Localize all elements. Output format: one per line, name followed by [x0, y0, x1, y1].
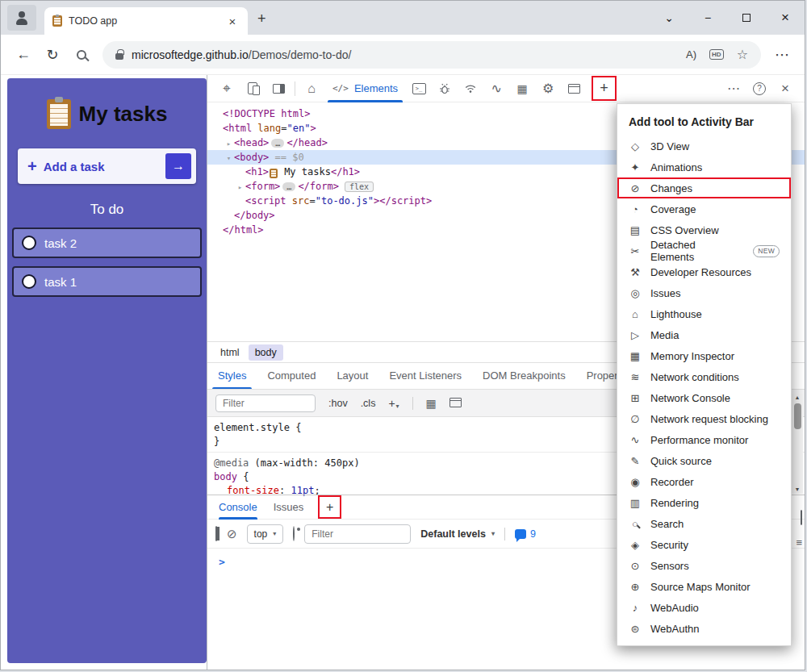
task-checkbox[interactable]: [22, 236, 36, 250]
console-settings-button[interactable]: ≡: [796, 536, 802, 549]
settings-button[interactable]: ⚙: [535, 75, 561, 102]
browser-menu-button[interactable]: ⋯: [767, 40, 797, 69]
toggle-element-state-button[interactable]: :hov: [328, 398, 348, 409]
devtools-more-menu-button[interactable]: ⋯: [721, 75, 746, 102]
menu-item-detached-elements[interactable]: ✂Detached ElementsNEW: [617, 240, 791, 261]
tab-computed[interactable]: Computed: [257, 362, 326, 390]
menu-item-coverage[interactable]: ◔Coverage: [617, 198, 791, 219]
menu-item-lighthouse[interactable]: ⌂Lighthouse: [617, 303, 791, 324]
tab-console[interactable]: Console: [219, 495, 257, 520]
menu-item-developer-resources[interactable]: ⚒Developer Resources: [617, 261, 791, 282]
scrollbar-thumb[interactable]: [794, 403, 801, 429]
page-title: My tasks: [79, 102, 168, 127]
rendering-emulations-icon[interactable]: ▦: [426, 397, 437, 410]
more-tools-button[interactable]: +: [593, 77, 615, 99]
element-classes-button[interactable]: .cls: [361, 398, 376, 409]
menu-item-label: Performance monitor: [650, 434, 748, 446]
computed-sidebar-toggle-icon[interactable]: [449, 397, 462, 410]
menu-item-label: Quick source: [650, 455, 712, 467]
menu-item-rendering[interactable]: ▥Rendering: [617, 492, 791, 513]
activity-bar-location-button[interactable]: [266, 75, 291, 102]
menu-item-recorder[interactable]: ◉Recorder: [617, 471, 791, 492]
menu-item-memory-inspector[interactable]: ▦Memory Inspector: [617, 345, 791, 366]
menu-item-performance-monitor[interactable]: ∿Performance monitor: [617, 429, 791, 450]
memory-panel-button[interactable]: ▦: [509, 75, 535, 102]
task-checkbox[interactable]: [22, 274, 36, 289]
reload-button[interactable]: ↻: [38, 40, 67, 69]
menu-item-security[interactable]: ◈Security: [617, 534, 791, 555]
address-bar[interactable]: microsoftedge.github.io/Demos/demo-to-do…: [102, 41, 761, 69]
application-panel-button[interactable]: [561, 75, 587, 102]
clear-console-button[interactable]: ⊘: [227, 527, 237, 541]
menu-item-quick-source[interactable]: ✎Quick source: [617, 450, 791, 471]
browser-tab[interactable]: TODO app ×: [44, 7, 248, 35]
search-button[interactable]: [67, 40, 96, 69]
scroll-down-icon[interactable]: ▼: [795, 486, 801, 494]
css-selector: body: [214, 471, 237, 482]
inspect-element-button[interactable]: ⌖: [214, 75, 240, 102]
tab-dom-breakpoints[interactable]: DOM Breakpoints: [472, 362, 576, 390]
new-style-rule-button[interactable]: +▾: [388, 397, 399, 410]
menu-item-changes[interactable]: ⊘Changes: [617, 177, 791, 198]
log-levels-dropdown[interactable]: Default levels▾: [420, 528, 495, 540]
collapse-arrow-icon[interactable]: ▾: [224, 151, 234, 165]
expand-arrow-icon[interactable]: ▸: [224, 136, 234, 151]
devtools-close-button[interactable]: ×: [772, 75, 798, 102]
window-maximize-button[interactable]: [727, 1, 766, 35]
scroll-up-icon[interactable]: ▲: [795, 394, 801, 402]
new-tab-button[interactable]: +: [248, 10, 276, 35]
console-sidebar-toggle-button[interactable]: [215, 527, 217, 541]
menu-item-animations[interactable]: ✦Animations: [617, 157, 791, 177]
menu-item-source-maps-monitor[interactable]: ⊕Source Maps Monitor: [617, 576, 791, 597]
menu-item-webauthn[interactable]: ⊜WebAuthn: [617, 618, 791, 639]
home-panel-button[interactable]: ⌂: [299, 75, 324, 102]
debugger-panel-button[interactable]: [432, 75, 458, 102]
device-emulation-button[interactable]: [240, 75, 266, 102]
window-close-button[interactable]: ×: [766, 1, 805, 35]
breadcrumb-item[interactable]: html: [214, 344, 246, 361]
task-item[interactable]: task 2: [12, 227, 202, 258]
messages-count[interactable]: 9: [515, 528, 536, 540]
menu-item-network-console[interactable]: ⊞Network Console: [617, 387, 791, 408]
window-minimize-button[interactable]: −: [688, 1, 727, 35]
favorites-star-icon[interactable]: ☆: [737, 47, 748, 62]
tab-event-listeners[interactable]: Event Listeners: [378, 362, 472, 390]
expand-arrow-icon[interactable]: ▸: [235, 180, 245, 194]
console-filter-input[interactable]: [304, 524, 411, 544]
add-task-button[interactable]: + Add a task →: [18, 148, 196, 184]
devtools-help-button[interactable]: ?: [746, 75, 772, 102]
network-panel-button[interactable]: [458, 75, 483, 102]
code-token: src: [286, 195, 310, 207]
menu-item-search[interactable]: ○Search: [617, 513, 791, 534]
drawer-layout-button[interactable]: [801, 511, 802, 525]
task-item[interactable]: task 1: [12, 266, 202, 297]
menu-item-css-overview[interactable]: ▤CSS Overview: [617, 219, 791, 240]
profile-button[interactable]: [7, 5, 36, 31]
menu-item-network-request-blocking[interactable]: ∅Network request blocking: [617, 408, 791, 429]
context-selector[interactable]: top▾: [247, 524, 284, 544]
console-panel-button[interactable]: >_: [406, 75, 432, 102]
back-button[interactable]: ←: [9, 40, 38, 69]
menu-item-media[interactable]: ▷Media: [617, 324, 791, 345]
code-token: <!DOCTYPE html>: [223, 108, 310, 119]
styles-scrollbar[interactable]: ▲ ▼: [792, 394, 803, 494]
live-expression-eye-button[interactable]: [293, 527, 295, 541]
menu-item-issues[interactable]: ◎Issues: [617, 282, 791, 303]
performance-panel-button[interactable]: ∿: [483, 75, 509, 102]
breadcrumb-item[interactable]: body: [249, 344, 283, 361]
menu-item-webaudio[interactable]: ♪WebAudio: [617, 597, 791, 618]
menu-item-3d-view[interactable]: ◇3D View: [617, 136, 791, 157]
menu-item-network-conditions[interactable]: ≋Network conditions: [617, 366, 791, 387]
menu-item-sensors[interactable]: ⊙Sensors: [617, 555, 791, 576]
tab-elements[interactable]: </> Elements: [324, 75, 406, 102]
read-aloud-icon[interactable]: A): [686, 48, 696, 61]
tab-styles[interactable]: Styles: [207, 362, 257, 390]
tab-issues[interactable]: Issues: [274, 495, 304, 520]
tab-close-icon[interactable]: ×: [225, 15, 240, 28]
tab-layout[interactable]: Layout: [326, 362, 378, 390]
window-dropdown-button[interactable]: ⌄: [650, 1, 688, 35]
styles-filter-input[interactable]: [215, 394, 316, 412]
submit-arrow-button[interactable]: →: [165, 153, 191, 179]
drawer-more-tools-button[interactable]: +: [320, 497, 340, 517]
hd-icon[interactable]: HD: [709, 49, 724, 60]
